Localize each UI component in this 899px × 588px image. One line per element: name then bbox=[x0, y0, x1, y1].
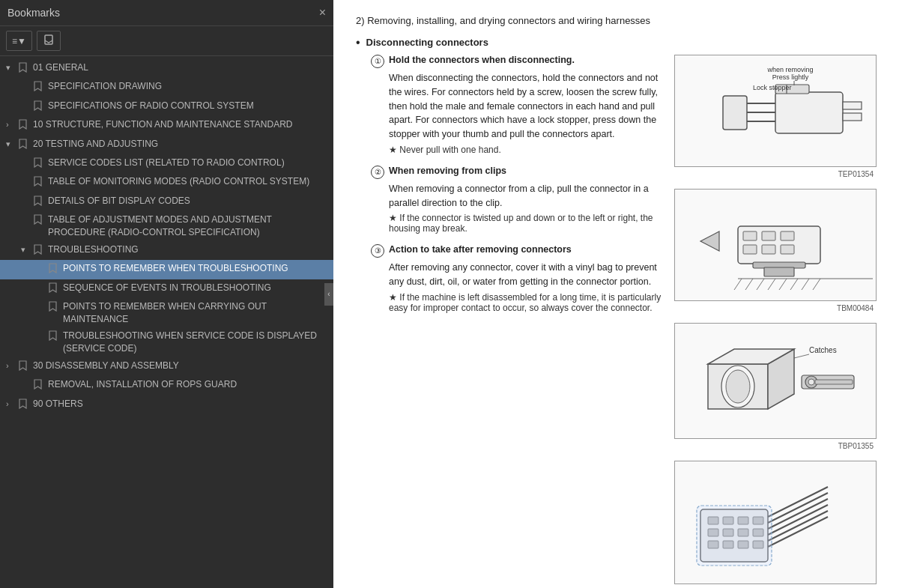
item-label-points-troubleshooting: POINTS TO REMEMBER WHEN TROUBLESHOOTING bbox=[63, 262, 329, 275]
svg-line-37 bbox=[794, 354, 809, 358]
sidebar-item-removal-rops[interactable]: REMOVAL, INSTALLATION OF ROPS GUARD bbox=[0, 376, 333, 395]
svg-line-27 bbox=[745, 279, 753, 290]
item-label-monitoring-modes: TABLE OF MONITORING MODES (RADIO CONTROL… bbox=[48, 175, 329, 188]
sidebar-item-monitoring-modes[interactable]: TABLE OF MONITORING MODES (RADIO CONTROL… bbox=[0, 173, 333, 192]
svg-rect-20 bbox=[743, 245, 757, 254]
svg-rect-41 bbox=[815, 380, 853, 384]
bookmark-icon-removal-rops bbox=[34, 378, 44, 392]
sidebar-tree: ▾01 GENERALSPECIFICATION DRAWINGSPECIFIC… bbox=[0, 56, 333, 588]
svg-line-60 bbox=[768, 517, 828, 547]
sidebar-item-service-codes[interactable]: SERVICE CODES LIST (RELATED TO RADIO CON… bbox=[0, 154, 333, 173]
bookmark-icon-troubleshooting-service bbox=[49, 330, 59, 344]
sidebar-close-button[interactable]: × bbox=[319, 6, 326, 19]
bookmark-icon-service-codes bbox=[34, 157, 44, 171]
sidebar-item-troubleshooting[interactable]: ▾TROUBLESHOOTING bbox=[0, 241, 333, 260]
circle-num-1: ① bbox=[371, 55, 384, 68]
sidebar-item-bit-display[interactable]: DETAILS OF BIT DISPLAY CODES bbox=[0, 193, 333, 211]
sub-item-1: ① Hold the connectors when disconnecting… bbox=[371, 55, 667, 155]
sidebar-item-01-general[interactable]: ▾01 GENERAL bbox=[0, 59, 333, 78]
sidebar-item-points-maintenance[interactable]: POINTS TO REMEMBER WHEN CARRYING OUT MAI… bbox=[0, 298, 333, 328]
sub-item-3-title: Action to take after removing connectors bbox=[389, 244, 572, 255]
expand-icon-10-structure: › bbox=[6, 118, 16, 130]
diagram-4 bbox=[674, 461, 877, 584]
sidebar-collapse-handle[interactable]: ‹ bbox=[324, 283, 333, 306]
bookmark-icon-troubleshooting bbox=[34, 243, 44, 258]
sidebar-item-90-others[interactable]: ›90 OTHERS bbox=[0, 395, 333, 414]
svg-line-59 bbox=[768, 511, 828, 541]
sidebar-header: Bookmarks × bbox=[0, 0, 333, 26]
svg-line-30 bbox=[779, 279, 787, 290]
bookmark-icon-90-others bbox=[19, 398, 29, 412]
svg-line-55 bbox=[768, 487, 828, 517]
sidebar-item-sequence-events[interactable]: SEQUENCE OF EVENTS IN TROUBLESHOOTING bbox=[0, 279, 333, 298]
expand-icon-spec-drawing bbox=[21, 80, 31, 81]
sidebar-item-10-structure[interactable]: ›10 STRUCTURE, FUNCTION AND MAINTENANCE … bbox=[0, 116, 333, 135]
diagram-3-container: Catches TBP01355 bbox=[674, 323, 877, 456]
svg-line-26 bbox=[734, 279, 742, 290]
bookmark-icon-sequence-events bbox=[49, 282, 59, 296]
item-label-troubleshooting: TROUBLESHOOTING bbox=[48, 243, 329, 256]
toolbar-bookmark-button[interactable] bbox=[37, 31, 61, 51]
bookmark-icon-points-troubleshooting bbox=[49, 262, 59, 276]
item-label-service-codes: SERVICE CODES LIST (RELATED TO RADIO CON… bbox=[48, 157, 329, 169]
sub-item-1-title: Hold the connectors when disconnecting. bbox=[389, 55, 575, 65]
diagram-1: Press lightly when removing Lock stopper bbox=[674, 55, 877, 167]
svg-line-56 bbox=[768, 493, 828, 523]
bookmark-icon-30-disassembly bbox=[19, 360, 29, 374]
svg-line-29 bbox=[768, 279, 775, 290]
sidebar-item-troubleshooting-service[interactable]: TROUBLESHOOTING WHEN SERVICE CODE IS DIS… bbox=[0, 327, 333, 357]
diagram-1-svg: Press lightly when removing Lock stopper bbox=[678, 58, 873, 163]
diagram-2-caption: TBM00484 bbox=[674, 304, 877, 312]
sidebar-item-adjustment-modes[interactable]: TABLE OF ADJUSTMENT MODES AND ADJUSTMENT… bbox=[0, 211, 333, 241]
section-title: Removing, installing, and drying connect… bbox=[367, 15, 650, 26]
bullet-title: Disconnecting connectors bbox=[366, 37, 488, 48]
left-text-column: ① Hold the connectors when disconnecting… bbox=[356, 55, 667, 588]
svg-text:Press lightly: Press lightly bbox=[772, 73, 809, 81]
toolbar-expand-button[interactable]: ≡▼ bbox=[6, 31, 32, 51]
circle-num-3: ③ bbox=[371, 244, 384, 258]
svg-point-40 bbox=[808, 379, 814, 385]
expand-icon-adjustment-modes bbox=[21, 213, 31, 214]
expand-icon-sequence-events bbox=[36, 282, 46, 282]
expand-icon-spec-radio bbox=[21, 100, 31, 100]
diagrams-column: Press lightly when removing Lock stopper… bbox=[674, 55, 877, 588]
sidebar-item-points-troubleshooting[interactable]: POINTS TO REMEMBER WHEN TROUBLESHOOTING bbox=[0, 260, 333, 279]
svg-rect-1 bbox=[775, 92, 843, 133]
sidebar-item-spec-drawing[interactable]: SPECIFICATION DRAWING bbox=[0, 78, 333, 97]
svg-rect-17 bbox=[743, 231, 757, 240]
item-label-removal-rops: REMOVAL, INSTALLATION OF ROPS GUARD bbox=[48, 378, 329, 391]
section-header: 2) Removing, installing, and drying conn… bbox=[356, 15, 877, 26]
sub-item-2-star: ★ If the connector is twisted up and dow… bbox=[389, 213, 667, 234]
bookmark-icon-monitoring-modes bbox=[34, 175, 44, 190]
item-label-01-general: 01 GENERAL bbox=[33, 61, 329, 74]
svg-line-58 bbox=[768, 505, 828, 535]
diagram-4-container: TEW00188 bbox=[674, 461, 877, 588]
sidebar-item-30-disassembly[interactable]: ›30 DISASSEMBLY AND ASSEMBLY bbox=[0, 357, 333, 376]
svg-rect-24 bbox=[764, 267, 794, 276]
expand-icon-01-general: ▾ bbox=[6, 61, 16, 73]
svg-marker-15 bbox=[700, 231, 719, 251]
sidebar-item-spec-radio[interactable]: SPECIFICATIONS OF RADIO CONTROL SYSTEM bbox=[0, 97, 333, 116]
sidebar-toolbar: ≡▼ bbox=[0, 26, 333, 56]
svg-point-35 bbox=[726, 370, 750, 403]
item-label-bit-display: DETAILS OF BIT DISPLAY CODES bbox=[48, 195, 329, 207]
bookmark-icon-points-maintenance bbox=[49, 300, 59, 315]
bookmark-icon-adjustment-modes bbox=[34, 213, 44, 228]
expand-icon-removal-rops bbox=[21, 378, 31, 379]
sidebar: Bookmarks × ≡▼ ▾01 GENERALSPECIFICATION … bbox=[0, 0, 333, 588]
svg-rect-19 bbox=[781, 231, 794, 240]
main-content: 2) Removing, installing, and drying conn… bbox=[333, 0, 899, 588]
svg-rect-21 bbox=[762, 245, 775, 254]
svg-rect-2 bbox=[843, 102, 862, 109]
sub-item-3: ③ Action to take after removing connecto… bbox=[371, 244, 667, 313]
diagram-2-svg bbox=[678, 193, 873, 297]
diagram-3-caption: TBP01355 bbox=[674, 442, 877, 450]
sidebar-item-20-testing[interactable]: ▾20 TESTING AND ADJUSTING bbox=[0, 136, 333, 154]
sub-item-3-text: After removing any connector, cover it w… bbox=[389, 261, 667, 289]
sub-item-1-text: When disconnecting the connectors, hold … bbox=[389, 71, 667, 142]
svg-line-33 bbox=[813, 279, 820, 290]
expand-icon-monitoring-modes bbox=[21, 175, 31, 176]
bookmark-icon-20-testing bbox=[19, 138, 29, 152]
expand-icon-service-codes bbox=[21, 157, 31, 157]
sub-item-2-title: When removing from clips bbox=[389, 166, 506, 176]
